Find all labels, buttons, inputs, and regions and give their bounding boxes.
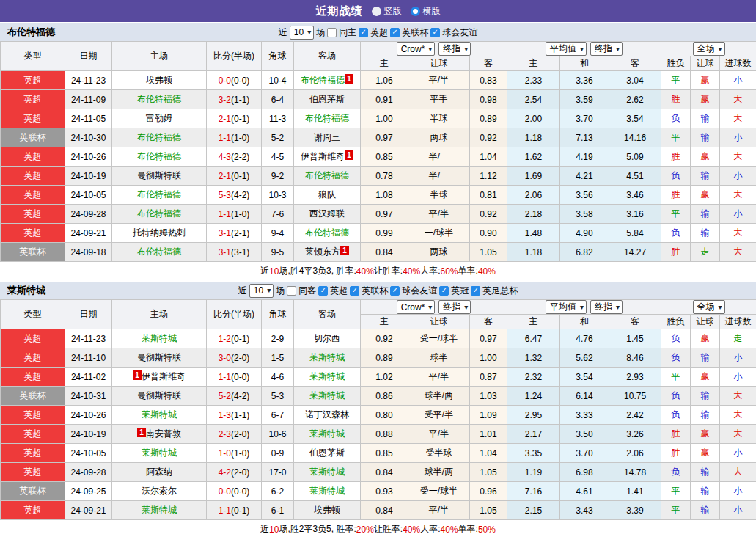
handicap-odds-cell: 平/半 xyxy=(408,425,470,444)
away-team-cell: 伯恩茅斯 xyxy=(294,444,361,463)
layout-option-vertical[interactable]: 竖版 xyxy=(372,5,402,18)
team-link[interactable]: 莱斯特城 xyxy=(309,428,345,439)
team-link[interactable]: 埃弗顿 xyxy=(314,505,340,515)
average-stage-select[interactable]: 终指▾ xyxy=(590,42,623,56)
league-filter-label[interactable]: 英联杯 xyxy=(402,26,428,39)
team-link[interactable]: 莱斯特城 xyxy=(309,352,345,362)
team-link[interactable]: 阿森纳 xyxy=(146,467,172,477)
team-link[interactable]: 伯恩茅斯 xyxy=(309,94,345,104)
team-link[interactable]: 埃弗顿 xyxy=(146,75,172,85)
team-link[interactable]: 富勒姆 xyxy=(146,113,172,123)
team-link[interactable]: 狼队 xyxy=(318,189,336,200)
team-link[interactable]: 莱斯特城 xyxy=(309,486,345,496)
team-link[interactable]: 布伦特福德 xyxy=(305,170,349,180)
league-filter-label[interactable]: 英超 xyxy=(330,285,348,297)
team-link[interactable]: 莱斯特城 xyxy=(309,390,345,401)
layout-option-vertical-label: 竖版 xyxy=(384,5,402,18)
team-link[interactable]: 曼彻斯特联 xyxy=(137,390,181,401)
team-link[interactable]: 伯恩茅斯 xyxy=(309,448,345,458)
odds-provider-select[interactable]: Crow*▾ xyxy=(397,42,436,56)
team-link[interactable]: 伊普斯维奇 xyxy=(301,151,345,161)
team-link[interactable]: 谢周三 xyxy=(314,132,340,142)
league-filter-label[interactable]: 英超 xyxy=(370,26,388,39)
league-filter-label[interactable]: 球会友谊 xyxy=(442,26,477,39)
same-venue-checkbox[interactable] xyxy=(327,28,337,37)
team-link[interactable]: 莱斯特城 xyxy=(142,333,177,343)
league-filter-checkbox[interactable]: ✓ xyxy=(390,286,400,296)
team-link[interactable]: 布伦特福德 xyxy=(301,75,345,85)
same-venue-label[interactable]: 同客 xyxy=(298,285,316,297)
radio-selected-icon[interactable] xyxy=(411,7,420,16)
league-filter-checkbox[interactable]: ✓ xyxy=(430,28,440,37)
average-select[interactable]: 平均值▾ xyxy=(546,42,587,56)
team-link[interactable]: 布伦特福德 xyxy=(137,189,181,200)
team-link[interactable]: 布伦特福德 xyxy=(137,208,181,219)
odds-provider-select[interactable]: Crow*▾ xyxy=(397,300,436,314)
team-link[interactable]: 莱斯特城 xyxy=(309,467,345,477)
match-date: 24-11-05 xyxy=(65,109,112,128)
team-link[interactable]: 南安普敦 xyxy=(146,428,181,439)
layout-option-horizontal[interactable]: 横版 xyxy=(411,5,441,18)
league-filter-checkbox[interactable]: ✓ xyxy=(318,286,328,296)
match-row: 英联杯24-10-30布伦特福德1-1(1-0)5-2谢周三0.97两球0.92… xyxy=(1,128,756,147)
team-link[interactable]: 曼彻斯特联 xyxy=(137,170,181,180)
league-filter-checkbox[interactable]: ✓ xyxy=(471,286,480,296)
league-filter-label[interactable]: 英联杯 xyxy=(362,285,388,297)
handicap-odds-cell: 1.12 xyxy=(470,167,507,186)
league-filter-checkbox[interactable]: ✓ xyxy=(350,286,359,296)
average-select[interactable]: 平均值▾ xyxy=(546,300,587,314)
team-link[interactable]: 托特纳姆热刺 xyxy=(133,227,186,238)
scope-select[interactable]: 全场▾ xyxy=(693,42,725,56)
team-link[interactable]: 莱斯特城 xyxy=(142,505,177,515)
away-team-cell: 莱斯特城 xyxy=(294,387,361,406)
team-link[interactable]: 西汉姆联 xyxy=(309,208,345,219)
away-team-cell: 莱斯特城 xyxy=(294,482,361,501)
league-filter-checkbox[interactable]: ✓ xyxy=(439,286,449,296)
team-link[interactable]: 布伦特福德 xyxy=(137,132,181,142)
team-link[interactable]: 莱顿东方 xyxy=(305,246,340,257)
league-filter-checkbox[interactable]: ✓ xyxy=(390,28,400,37)
average-odds-cell: 3.36 xyxy=(560,71,609,90)
team-link[interactable]: 布伦特福德 xyxy=(305,227,349,238)
team-link[interactable]: 莱斯特城 xyxy=(309,371,345,381)
team-link[interactable]: 曼彻斯特联 xyxy=(137,352,181,362)
team-link[interactable]: 沃尔索尔 xyxy=(142,486,177,496)
team-link[interactable]: 布伦特福德 xyxy=(305,113,349,123)
half-score: (0-1) xyxy=(231,114,249,124)
average-odds-cell: 4.51 xyxy=(609,167,661,186)
league-filter-label[interactable]: 英冠 xyxy=(451,285,469,297)
team-link[interactable]: 诺丁汉森林 xyxy=(305,409,349,420)
odds-stage-select[interactable]: 终指▾ xyxy=(438,300,471,314)
league-filter-label[interactable]: 英足总杯 xyxy=(482,285,518,297)
team-link[interactable]: 布伦特福德 xyxy=(137,246,181,257)
full-score: 1-2 xyxy=(219,334,231,344)
same-venue-checkbox[interactable] xyxy=(287,286,296,296)
team-sections: 布伦特福德近10▾场同主✓英超✓英联杯✓球会友谊类型日期主场比分(半场)角球客场… xyxy=(0,22,756,537)
average-stage-select[interactable]: 终指▾ xyxy=(590,300,623,314)
away-team-cell: 伯恩茅斯 xyxy=(294,90,361,109)
home-team-cell: 布伦特福德 xyxy=(112,128,207,147)
league-filter-label[interactable]: 球会友谊 xyxy=(402,285,437,297)
matches-count-select[interactable]: 10▾ xyxy=(249,284,274,298)
average-select-value: 平均值 xyxy=(550,301,576,313)
average-odds-cell: 2.15 xyxy=(507,501,560,520)
team-link[interactable]: 莱斯特城 xyxy=(142,409,177,420)
team-link[interactable]: 莱斯特城 xyxy=(142,448,177,458)
handicap-odds-cell: 1.09 xyxy=(470,406,507,425)
scope-select[interactable]: 全场▾ xyxy=(693,300,725,314)
team-link[interactable]: 伊普斯维奇 xyxy=(142,371,186,381)
team-link[interactable]: 布伦特福德 xyxy=(137,151,181,161)
summary-part: 10 xyxy=(269,525,279,535)
result-goals: 小 xyxy=(720,205,756,224)
matches-count-select[interactable]: 10▾ xyxy=(290,26,314,40)
same-venue-label[interactable]: 同主 xyxy=(339,26,356,39)
average-odds-group-header: 平均值▾终指▾ xyxy=(507,42,661,56)
odds-stage-select[interactable]: 终指▾ xyxy=(438,42,471,56)
result-outcome: 负 xyxy=(661,406,691,425)
handicap-odds-selects: Crow*▾终指▾ xyxy=(361,42,507,56)
match-row: 英超24-11-09布伦特福德3-2(1-1)6-4伯恩茅斯0.91平手0.98… xyxy=(1,90,756,109)
league-filter-checkbox[interactable]: ✓ xyxy=(359,28,368,37)
team-link[interactable]: 布伦特福德 xyxy=(137,94,181,104)
team-link[interactable]: 切尔西 xyxy=(314,333,340,343)
radio-unselected-icon[interactable] xyxy=(372,7,381,16)
